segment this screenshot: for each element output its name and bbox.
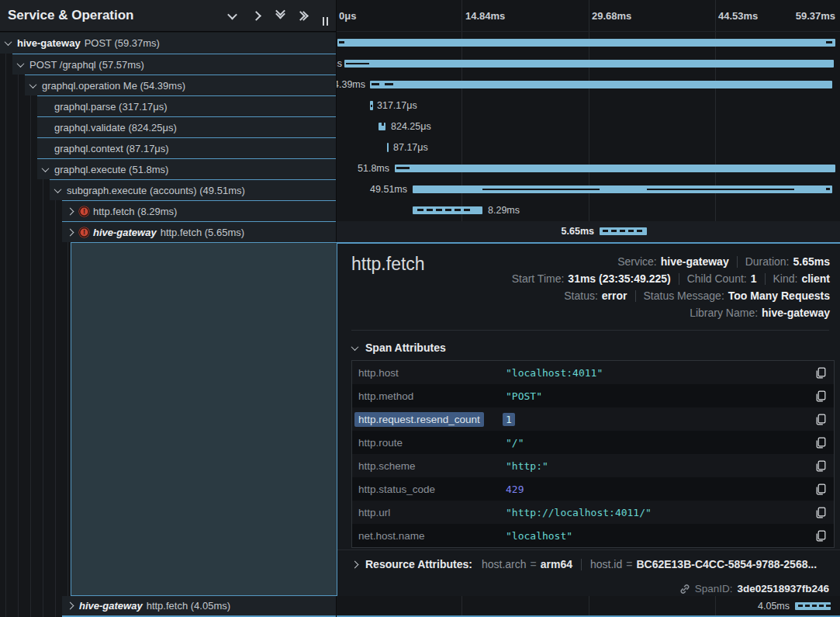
attribute-key: http.scheme bbox=[358, 460, 506, 472]
span-bar-row[interactable]: 59.37ms bbox=[337, 33, 840, 54]
span-bar[interactable] bbox=[344, 60, 834, 68]
meta-label: Kind: bbox=[773, 272, 798, 285]
duration-label: 317.17μs bbox=[377, 100, 417, 111]
chevron-right-icon[interactable] bbox=[65, 601, 75, 611]
tree-row-selected[interactable]: hive-gateway http.fetch (5.65ms) bbox=[62, 221, 336, 242]
duration-label: 4.05ms bbox=[758, 601, 790, 612]
span-bar-row-selected[interactable]: 5.65ms bbox=[337, 221, 840, 242]
equals-sign: = bbox=[531, 558, 537, 570]
resource-attributes-toggle[interactable]: Resource Attributes: host.arch = arm64 h… bbox=[337, 549, 840, 570]
span-service: hive-gateway bbox=[93, 227, 157, 238]
tree-row[interactable]: subgraph.execute (accounts) (49.51ms) bbox=[50, 179, 336, 200]
attribute-value: "localhost:4011" bbox=[506, 367, 807, 379]
span-operation: graphql.operation Me (54.39ms) bbox=[42, 80, 185, 92]
error-icon bbox=[79, 206, 89, 217]
span-bar-row[interactable]: 54.39ms bbox=[337, 75, 840, 95]
span-id-value: 3de02518937fb246 bbox=[737, 583, 829, 594]
span-operation: graphql.execute (51.8ms) bbox=[54, 164, 168, 175]
meta-label: Library Name: bbox=[690, 307, 758, 319]
attribute-value: "/" bbox=[506, 437, 807, 449]
chevron-right-icon[interactable] bbox=[65, 227, 75, 237]
span-attributes-toggle[interactable]: Span Attributes bbox=[350, 341, 446, 354]
double-chevron-down-icon[interactable] bbox=[273, 9, 287, 23]
span-bar[interactable] bbox=[413, 206, 482, 214]
duration-label: 51.8ms bbox=[358, 163, 389, 174]
span-bar-row[interactable]: 51.8ms bbox=[337, 158, 840, 179]
attribute-row: http.url "http://localhost:4011/" bbox=[352, 501, 834, 524]
span-bar[interactable] bbox=[370, 81, 832, 88]
duration-label: 54.39ms bbox=[337, 79, 365, 90]
copy-icon[interactable] bbox=[807, 414, 834, 425]
meta-label: Start Time: bbox=[512, 272, 565, 285]
resource-key: host.arch bbox=[482, 558, 527, 570]
span-id-label: SpanID: bbox=[695, 583, 733, 594]
attribute-key: http.method bbox=[358, 390, 506, 402]
tree-row[interactable]: POST /graphql (57.57ms) bbox=[12, 54, 336, 75]
tree-row[interactable]: graphql.execute (51.8ms) bbox=[37, 158, 336, 179]
span-bar-row[interactable]: 4.05ms bbox=[337, 596, 840, 617]
span-bar[interactable] bbox=[413, 185, 832, 193]
resource-value: arm64 bbox=[541, 558, 572, 570]
link-icon[interactable] bbox=[679, 584, 690, 594]
double-chevron-right-icon[interactable] bbox=[297, 9, 311, 23]
chevron-down-icon[interactable] bbox=[16, 60, 26, 70]
meta-label: Service: bbox=[617, 255, 657, 268]
meta-label: Status Message: bbox=[644, 289, 724, 302]
tree-row[interactable]: graphql.validate (824.25μs) bbox=[37, 116, 336, 137]
span-id-row: SpanID: 3de02518937fb246 bbox=[679, 583, 829, 594]
span-bar[interactable] bbox=[387, 143, 389, 152]
tree-row[interactable]: graphql.operation Me (54.39ms) bbox=[25, 75, 336, 95]
span-operation: graphql.context (87.17μs) bbox=[54, 143, 169, 154]
span-bar[interactable] bbox=[337, 39, 835, 47]
tree-row[interactable]: graphql.parse (317.17μs) bbox=[37, 95, 336, 116]
tick-label: 0μs bbox=[339, 10, 356, 22]
span-bar-row[interactable]: 57.57ms bbox=[337, 54, 840, 75]
chevron-right-icon[interactable] bbox=[65, 206, 75, 217]
tree-row[interactable]: hive-gateway POST (59.37ms) bbox=[0, 33, 336, 54]
span-bar-row[interactable]: 317.17μs bbox=[337, 95, 840, 116]
span-bar-row[interactable]: 824.25μs bbox=[337, 116, 840, 137]
meta-value: 31ms (23:35:49.225) bbox=[568, 272, 670, 285]
span-bar[interactable] bbox=[600, 227, 647, 235]
tree-row[interactable]: graphql.context (87.17μs) bbox=[37, 137, 336, 158]
span-bar[interactable] bbox=[395, 165, 835, 172]
duration-label: 87.17μs bbox=[393, 142, 428, 153]
tree-row[interactable]: http.fetch (8.29ms) bbox=[62, 200, 336, 221]
span-bar-row[interactable]: 87.17μs bbox=[337, 137, 840, 158]
span-attributes-title: Span Attributes bbox=[365, 341, 446, 354]
attribute-value: 1 bbox=[506, 414, 807, 425]
span-bar[interactable] bbox=[379, 123, 385, 130]
span-bar[interactable] bbox=[370, 101, 373, 110]
chevron-down-icon[interactable] bbox=[53, 185, 63, 196]
attribute-key: http.request.resend_count bbox=[358, 414, 506, 425]
duration-label: 5.65ms bbox=[562, 226, 594, 237]
chevron-down-icon[interactable] bbox=[225, 9, 239, 23]
span-attributes-table: http.host "localhost:4011" http.method "… bbox=[351, 360, 835, 548]
chevron-down-icon[interactable] bbox=[40, 165, 50, 175]
span-bar-row[interactable]: 49.51ms bbox=[337, 179, 840, 200]
drag-handle[interactable] bbox=[323, 17, 328, 26]
copy-icon[interactable] bbox=[807, 484, 834, 495]
copy-icon[interactable] bbox=[807, 367, 834, 379]
meta-value: 1 bbox=[751, 272, 757, 285]
chevron-down-icon bbox=[350, 343, 360, 353]
chevron-down-icon[interactable] bbox=[28, 81, 38, 91]
copy-icon[interactable] bbox=[807, 437, 834, 449]
span-bar-row[interactable]: 8.29ms bbox=[337, 200, 840, 221]
tree-row[interactable]: hive-gateway http.fetch (4.05ms) bbox=[62, 596, 336, 617]
copy-icon[interactable] bbox=[807, 530, 834, 542]
resource-attributes-title: Resource Attributes: bbox=[365, 558, 472, 570]
equals-sign: = bbox=[626, 558, 632, 570]
chevron-right-icon[interactable] bbox=[249, 9, 263, 23]
chevron-down-icon[interactable] bbox=[3, 38, 13, 48]
attribute-row: net.host.name "localhost" bbox=[352, 524, 834, 547]
meta-label: Status: bbox=[564, 289, 598, 302]
attribute-row-selected: http.request.resend_count 1 bbox=[352, 407, 834, 431]
no-chevron bbox=[40, 123, 50, 133]
attribute-value: "http://localhost:4011/" bbox=[506, 507, 807, 518]
span-bar[interactable] bbox=[795, 602, 831, 610]
copy-icon[interactable] bbox=[807, 460, 834, 472]
error-icon bbox=[79, 227, 89, 237]
copy-icon[interactable] bbox=[807, 390, 834, 402]
copy-icon[interactable] bbox=[807, 507, 834, 518]
